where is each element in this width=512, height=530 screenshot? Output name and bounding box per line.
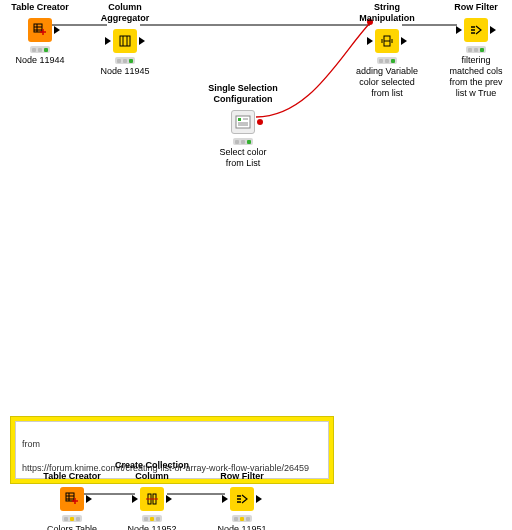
port-in <box>105 37 111 45</box>
node-caption: Node 11944 <box>0 55 80 66</box>
node-title: Row Filter <box>436 2 512 13</box>
table-creator-icon <box>28 18 52 42</box>
create-collection-column-icon <box>140 487 164 511</box>
row-filter-icon <box>230 487 254 511</box>
node-title: String Manipulation <box>347 2 427 24</box>
node-caption: adding Variable color selected from list <box>347 66 427 99</box>
node-string-manipulation[interactable]: String Manipulation adding Variable colo… <box>347 2 427 99</box>
port-out-variable <box>257 119 263 125</box>
status-indicator <box>377 57 397 64</box>
node-title: Table Creator <box>32 471 112 482</box>
row-filter-icon <box>464 18 488 42</box>
status-indicator <box>115 57 135 64</box>
svg-rect-20 <box>236 116 250 128</box>
node-column-aggregator[interactable]: Column Aggregator Node 11945 <box>85 2 165 77</box>
port-out <box>86 495 92 503</box>
status-indicator <box>30 46 50 53</box>
port-out <box>490 26 496 34</box>
svg-rect-25 <box>66 493 74 501</box>
status-indicator <box>233 138 253 145</box>
port-out <box>139 37 145 45</box>
node-row-filter-1[interactable]: Row Filter filtering matched cols from t… <box>436 2 512 99</box>
node-create-collection-column[interactable]: Create Collection Column Node 11952 <box>112 460 192 530</box>
port-out <box>54 26 60 34</box>
port-out <box>256 495 262 503</box>
single-selection-config-icon <box>231 110 255 134</box>
node-title: Column Aggregator <box>85 2 165 24</box>
port-in <box>367 37 373 45</box>
status-indicator <box>232 515 252 522</box>
status-indicator <box>466 46 486 53</box>
status-indicator <box>62 515 82 522</box>
port-out <box>401 37 407 45</box>
svg-rect-6 <box>34 24 42 32</box>
node-title: Table Creator <box>0 2 80 13</box>
svg-rect-10 <box>120 36 130 46</box>
status-indicator <box>142 515 162 522</box>
port-out <box>166 495 172 503</box>
node-title: Create Collection Column <box>112 460 192 482</box>
node-caption: Colors Table <box>32 524 112 530</box>
node-caption: filtering matched cols from the prev lis… <box>436 55 512 99</box>
node-table-creator-1[interactable]: Table Creator Node 11944 <box>0 2 80 66</box>
node-title: Row Filter <box>202 471 282 482</box>
node-title: Single Selection Configuration <box>203 83 283 105</box>
node-caption: Select color from List <box>203 147 283 169</box>
node-caption: Node 11952 <box>112 524 192 530</box>
node-single-selection-config[interactable]: Single Selection Configuration Select co… <box>203 83 283 169</box>
node-caption: Node 11951 <box>202 524 282 530</box>
node-caption: Node 11945 <box>85 66 165 77</box>
port-in <box>222 495 228 503</box>
node-table-creator-2[interactable]: Table Creator Colors Table <box>32 471 112 530</box>
column-aggregator-icon <box>113 29 137 53</box>
table-creator-icon <box>60 487 84 511</box>
node-row-filter-2[interactable]: Row Filter Node 11951 <box>202 471 282 530</box>
string-manipulation-icon <box>375 29 399 53</box>
port-in <box>456 26 462 34</box>
svg-rect-21 <box>238 118 241 121</box>
port-in <box>132 495 138 503</box>
